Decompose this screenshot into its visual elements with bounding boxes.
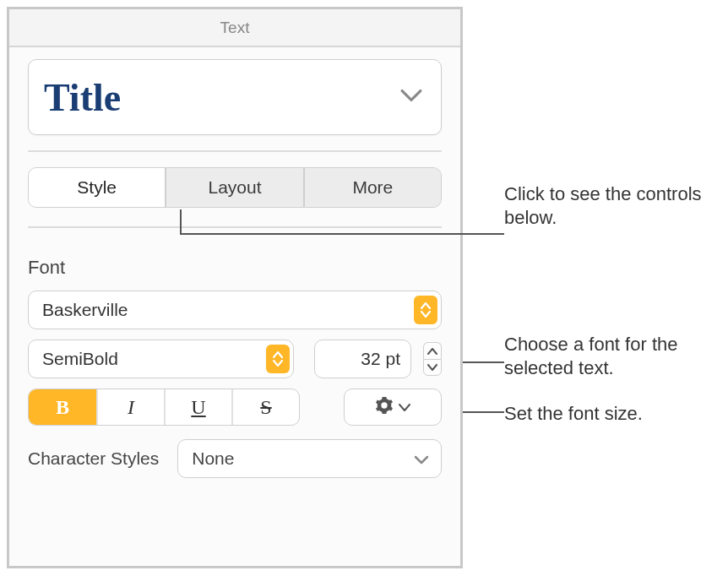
bold-button[interactable]: B [29,389,96,425]
character-styles-row: Character Styles None [28,439,442,478]
panel-body: Title Style Layout More Font Baskerville… [9,47,460,478]
tab-more-label: More [352,177,393,198]
strikethrough-button[interactable]: S [231,389,299,425]
strikethrough-icon: S [260,396,271,419]
tab-layout-label: Layout [208,177,261,198]
chevron-down-icon [399,399,410,415]
divider [28,150,442,152]
font-weight-value: SemiBold [42,349,118,369]
font-section-title: Font [28,257,442,279]
paragraph-style-popup[interactable]: Title [28,59,442,135]
character-styles-label: Character Styles [28,448,159,469]
italic-button[interactable]: I [96,389,164,425]
chevron-down-icon [400,89,422,106]
font-style-group: B I U S [28,389,300,426]
callout-font-size: Set the font size. [504,402,643,426]
font-size-step-down[interactable] [423,359,442,376]
font-family-value: Baskerville [42,300,128,320]
panel-header: Text [9,9,460,47]
character-styles-popup[interactable]: None [177,439,442,478]
gear-icon [375,396,394,418]
chevron-up-icon [427,348,437,355]
font-family-popup[interactable]: Baskerville [28,291,442,329]
callout-tabs: Click to see the controls below. [504,182,728,230]
callout-leader-line [463,411,504,413]
bold-icon: B [56,396,69,419]
font-weight-size-row: SemiBold 32 pt [28,340,442,378]
font-style-buttons-row: B I U S [28,389,442,426]
callout-font-family: Choose a font for the selected text. [504,333,728,380]
font-size-step-up[interactable] [423,342,442,359]
underline-icon: U [191,396,205,419]
tab-style-label: Style [77,177,117,198]
chevron-down-icon [414,448,429,469]
character-styles-value: None [192,448,234,469]
divider [28,226,442,228]
font-weight-popup[interactable]: SemiBold [28,340,294,378]
panel-title: Text [220,19,250,37]
font-size-field[interactable]: 32 pt [314,340,411,378]
tabs: Style Layout More [28,167,442,208]
tab-more[interactable]: More [303,168,441,207]
callout-leader-line [180,209,182,235]
popup-arrows-icon [266,345,290,373]
tab-layout[interactable]: Layout [165,168,302,207]
text-inspector-panel: Text Title Style Layout More Font Basker… [7,7,463,568]
font-size-value: 32 pt [323,349,405,369]
underline-button[interactable]: U [164,389,231,425]
popup-arrows-icon [414,296,437,324]
callout-leader-line [180,233,504,235]
advanced-options-button[interactable] [344,389,442,426]
tab-style[interactable]: Style [29,168,165,207]
chevron-down-icon [427,364,437,371]
font-size-stepper [423,342,442,376]
paragraph-style-label: Title [44,75,121,120]
callout-leader-line [463,361,504,363]
italic-icon: I [128,396,134,419]
